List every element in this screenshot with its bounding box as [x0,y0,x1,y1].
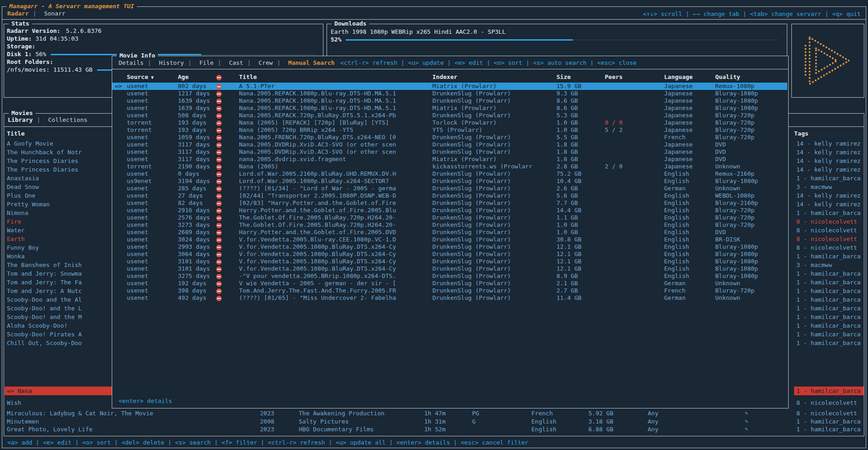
movies-tab[interactable]: Collections [48,116,87,123]
size-cell: 1.0 GB [556,126,605,134]
indexer-cell: DrunkenSlug (Prowlarr) [432,207,556,214]
source-column-header[interactable]: Source▼ [127,73,178,82]
movie-list-item[interactable]: A Goofy Movie [5,139,113,148]
movie-list-item[interactable]: Water [5,226,113,235]
movie-list-item[interactable]: Plus One [5,191,113,200]
movie-list-item[interactable]: Tom and Jerry: A Nutc [5,287,113,295]
search-result-row[interactable]: torrent 193 days Nana (2005) [REPACK] [7… [112,119,787,126]
search-result-row[interactable]: usenet 1217 days Nana.2005.REPACK.1080p.… [112,90,787,97]
rejected-cell [216,112,239,119]
language-cell: English [664,214,715,221]
search-result-row[interactable]: usenet 3117 days Nana.2005.DVDRip.XviD.A… [112,148,787,156]
quality-cell: Bluray-1080p [715,265,787,272]
movie-list-item[interactable]: The Princess Diaries [5,165,113,174]
search-result-row[interactable]: torrent 2190 days Nana (2005) kickasstor… [112,163,787,170]
movie-list-item[interactable]: Wish [5,398,113,407]
movie-year-cell: 2023 [260,409,299,418]
movie-info-tab[interactable]: File [199,59,225,66]
quality-cell: Bluray-720p [715,112,787,119]
movie-list-item[interactable]: => Nana [5,387,113,395]
movie-info-tab[interactable]: Crew [259,59,285,66]
quality-cell: DVD [715,148,787,156]
movie-tag-cell: 14 - kelly ramirez [794,191,864,200]
movie-list-item[interactable]: The Princess Diaries [5,157,113,165]
movie-studio-cell: Salty Pictures [299,418,424,426]
movie-list-item[interactable]: Anastasia [5,174,113,183]
search-result-row[interactable]: usenet 3064 days V.for.Vendetta.2005.108… [112,251,787,258]
movie-info-tab[interactable]: History [159,59,196,66]
search-result-row[interactable]: us9enet 3194 days Lord.of.War.2005.1080p… [112,178,787,185]
movie-list-item[interactable]: The Hunchback of Notr [5,148,113,157]
rejected-icon [216,259,222,265]
indexer-cell: Miatrix (Prowlarr) [432,83,556,90]
movie-list-item[interactable]: Wonka [5,252,113,261]
movie-list-item[interactable]: Scooby-Doo! Pirates A [5,330,113,339]
search-result-row[interactable]: usenet 82 days [02/83] "Harry.Potter.and… [112,199,787,207]
movie-list-item[interactable]: Funny Boy [5,243,113,252]
rejected-icon [216,172,222,177]
search-result-row[interactable]: usenet 2576 days The.Goblet.Of.Fire.2005… [112,214,787,221]
indexer-cell: DrunkenSlug (Prowlarr) [432,148,556,156]
movie-list-item[interactable]: Nimona [5,209,113,217]
search-result-row[interactable]: usenet 27 days [02/44] "Transporter 2.20… [112,192,787,199]
release-title-cell: Harry.Potter.and.the.Goblet.of.Fire.2005… [239,207,432,214]
search-result-row[interactable]: usenet 3273 days The.Goblet.Of.Fire.2005… [112,221,787,229]
search-result-row[interactable]: usenet 2993 days V.for.Vendetta.2005.108… [112,243,787,251]
quality-cell: Bluray-1080p [715,272,787,280]
movie-list-item[interactable]: Earth [5,235,113,243]
movies-tab[interactable]: Library [8,116,45,123]
movie-list-item[interactable]: Pretty Woman [5,200,113,209]
rejected-cell [216,105,239,112]
search-result-row[interactable]: usenet 3117 days Nana.2005.DVDRip.XviD.A… [112,141,787,148]
search-result-row[interactable]: usenet 0 days Lord.of.War.2005.2160p.Blu… [112,170,787,178]
movie-list-item[interactable]: Fire [5,217,113,226]
movies-title-header: Title [7,130,25,137]
language-cell: German [664,294,715,302]
source-cell: torrent [127,163,178,170]
search-result-row[interactable]: usenet 3101 days V.for.Vendetta.2005.108… [112,265,787,272]
movie-list-item[interactable]: Chill Out, Scooby-Doo [5,339,113,347]
movie-info-tab[interactable]: Cast [229,59,255,66]
quality-cell: Bluray-720p [715,134,787,141]
search-result-row[interactable]: usenet 508 days Nana.2005.REPACK.720p.Bl… [112,112,787,119]
search-result-row[interactable]: usenet 1639 days Nana.2005.REPACK.1080p.… [112,105,787,112]
movie-list-item[interactable]: Tom and Jerry: Snowma [5,269,113,278]
search-result-row[interactable]: usenet 192 days V wie Vendetta - 2005 - … [112,280,787,287]
size-cell: 15.9 GB [556,83,605,90]
search-result-row[interactable]: usenet 3101 days V.for.Vendetta.2005.108… [112,258,787,265]
movie-list-item[interactable]: Scooby-Doo! and the L [5,304,113,313]
movie-list-item[interactable]: Scooby-Doo! and the M [5,313,113,321]
movie-table-row[interactable]: Minutemen 2008 Salty Pictures 1h 31m G E… [5,418,864,426]
movie-list-item[interactable]: Dead Snow [5,183,113,191]
search-result-row[interactable]: torrent 193 days Nana (2005) 720p BRRip … [112,126,787,134]
quality-cell: Bluray-720p [715,221,787,229]
servarr-tab[interactable]: Radarr [7,10,41,17]
movie-tag-cell: 1 - hamilcar_barca [794,313,864,321]
rejected-cell [216,207,239,214]
search-result-row[interactable]: usenet 3275 days -"V pour vendetta.2005.… [112,272,787,280]
movie-list-item[interactable]: Aloha Scooby-Doo! [5,321,113,330]
movie-list-item[interactable]: The Banshees of Inish [5,261,113,269]
size-cell: 2.7 GB [556,287,605,294]
search-result-row[interactable]: usenet 285 days (????) [01/34] - "Lord o… [112,185,787,192]
language-cell: Japanese [664,90,715,97]
servarr-tab[interactable]: Sonarr [44,10,66,17]
language-cell: Japanese [664,148,715,156]
search-result-row[interactable]: usenet 1639 days Nana.2005.REPACK.1080p.… [112,97,787,105]
search-result-row[interactable]: usenet 2689 days Harry.Potter.and.the.Go… [112,229,787,236]
movie-table-row[interactable]: Great Photo, Lovely Life 2023 HBO Docume… [5,425,864,434]
search-result-row[interactable]: usenet 492 days (????) [01/65] - "Miss U… [112,294,787,302]
movie-list-item[interactable]: Scooby-Doo and the Al [5,295,113,304]
movie-info-tab[interactable]: Manual Search [288,59,335,66]
search-result-row[interactable]: => usenet 802 days A 5.1-PTer Miatrix (P… [112,83,787,90]
search-result-row[interactable]: usenet 1059 days Nana.2005.FRENCH.720p.B… [112,134,787,141]
size-cell: 14.4 GB [556,207,605,214]
search-result-row[interactable]: usenet 3024 days V.for.Vendetta.2005.Blu… [112,236,787,243]
search-result-row[interactable]: usenet 3117 days nana.2005.dvdrip.xvid.f… [112,156,787,163]
movie-info-tab[interactable]: Details [119,59,156,66]
search-result-row[interactable]: usenet 398 days Tom.And.Jerry.The.Fast.A… [112,287,787,294]
movie-table-row[interactable]: Miraculous: Ladybug & Cat Noir, The Movi… [5,409,864,418]
search-result-row[interactable]: usenet 2916 days Harry.Potter.and.the.Go… [112,207,787,214]
movie-tag-cell: 14 - kelly ramirez [794,165,864,174]
movie-list-item[interactable]: Tom and Jerry: The Fa [5,278,113,287]
